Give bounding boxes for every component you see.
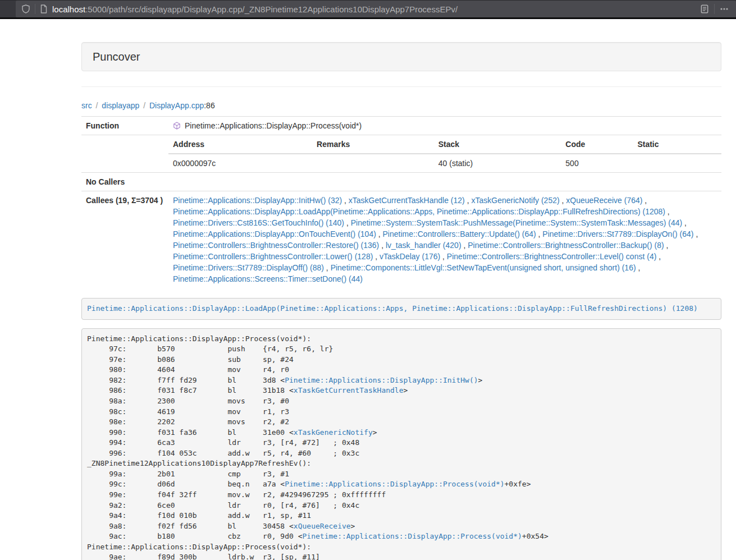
callee-separator: , <box>536 229 543 238</box>
asm-text: 97e: b086 sub sp, #24 <box>87 355 294 364</box>
asm-line: _ZN8Pinetime12Applications10DisplayApp7R… <box>87 458 716 469</box>
asm-line: 98c: 4619 mov r1, r3 <box>87 407 716 417</box>
table-row: Function Pinetime::Applications::Display… <box>81 117 721 135</box>
callee-separator: , <box>440 252 447 261</box>
asm-text: > <box>478 376 483 384</box>
callee-link[interactable]: Pinetime::Controllers::BrightnessControl… <box>173 241 379 250</box>
function-name-cell: Pinetime::Applications::DisplayApp::Proc… <box>168 117 721 135</box>
symbol-link[interactable]: Pinetime::Applications::DisplayApp::Init… <box>285 376 478 384</box>
breadcrumb-link[interactable]: displayapp <box>102 101 139 110</box>
package-cube-icon <box>173 122 181 130</box>
callee-separator: , <box>636 263 641 272</box>
symbol-link[interactable]: xTaskGenericNotify <box>294 428 373 437</box>
callee-separator: , <box>342 196 349 205</box>
callee-link[interactable]: Pinetime::Drivers::St7789::DisplayOff() … <box>173 263 324 272</box>
callee-separator: , <box>373 252 380 261</box>
asm-text: Pinetime::Applications::DisplayApp::Proc… <box>87 543 311 551</box>
asm-line: 98e: 2202 movs r2, #2 <box>87 417 716 428</box>
shield-icon[interactable] <box>21 4 30 13</box>
asm-text: 9a8: f02f fd56 bl 30458 < <box>87 522 294 530</box>
callee-link[interactable]: xTaskGetCurrentTaskHandle (12) <box>349 196 465 205</box>
symbol-link[interactable]: xTaskGetCurrentTaskHandle <box>294 386 404 394</box>
table-row: AddressRemarksStackCodeStatic 0x0000097c… <box>81 135 721 173</box>
breadcrumb: src / displayapp / DisplayApp.cpp:86 <box>81 100 721 111</box>
function-table: Function Pinetime::Applications::Display… <box>81 116 721 288</box>
asm-text: 98c: 4619 mov r1, r3 <box>87 407 289 416</box>
stats-value-cell <box>312 154 434 172</box>
asm-text: 99c: d06d beq.n a7a < <box>87 480 285 488</box>
callee-separator: , <box>344 218 351 227</box>
callee-link[interactable]: Pinetime::Drivers::St7789::DisplayOn() (… <box>542 229 693 238</box>
stats-header-cell: Code <box>561 135 633 154</box>
asm-text: > <box>373 428 377 437</box>
symbol-link[interactable]: xQueueReceive <box>294 522 351 530</box>
asm-line: Pinetime::Applications::DisplayApp::Proc… <box>87 334 716 345</box>
asm-line: 97c: b570 push {r4, r5, r6, lr} <box>87 344 716 355</box>
function-name: Pinetime::Applications::DisplayApp::Proc… <box>185 121 362 130</box>
url-path: :5000/path/src/displayapp/DisplayApp.cpp… <box>85 4 458 14</box>
disassembly-block: Pinetime::Applications::DisplayApp::Proc… <box>81 328 721 560</box>
callee-link[interactable]: Pinetime::Applications::DisplayApp::Init… <box>173 196 342 205</box>
url-bar[interactable]: localhost:5000/path/src/displayapp/Displ… <box>16 1 736 17</box>
asm-line: 986: f031 f8c7 bl 31b18 <xTaskGetCurrent… <box>87 385 716 396</box>
callee-link[interactable]: Pinetime::Controllers::Battery::Update()… <box>383 229 536 238</box>
asm-text: 980: 4604 mov r4, r0 <box>87 365 289 374</box>
callee-link[interactable]: Pinetime::Applications::Screens::Timer::… <box>173 274 363 283</box>
callee-link[interactable]: xTaskGenericNotify (252) <box>471 196 559 205</box>
asm-text: 99e: f04f 32ff mov.w r2, #4294967295 ; 0… <box>87 490 386 499</box>
asm-text: 996: f104 053c add.w r5, r4, #60 ; 0x3c <box>87 449 359 457</box>
stats-value-cell <box>633 154 721 172</box>
asm-line: 99c: d06d beq.n a7a <Pinetime::Applicati… <box>87 479 716 490</box>
symbol-link[interactable]: Pinetime::Applications::DisplayApp::Proc… <box>303 532 522 540</box>
callee-link[interactable]: Pinetime::Applications::DisplayApp::OnTo… <box>173 229 376 238</box>
asm-line: 9a2: 6ce0 ldr r0, [r4, #76] ; 0x4c <box>87 501 716 511</box>
callee-link[interactable]: lv_task_handler (420) <box>386 241 461 250</box>
breadcrumb-line-number: :86 <box>204 101 214 110</box>
asm-line: 98a: 2300 movs r3, #0 <box>87 396 716 407</box>
asm-line: 99e: f04f 32ff mov.w r2, #4294967295 ; 0… <box>87 490 716 501</box>
browser-toolbar: localhost:5000/path/src/displayapp/Displ… <box>0 0 736 19</box>
callee-link[interactable]: vTaskDelay (176) <box>380 252 440 261</box>
reader-mode-icon[interactable] <box>700 4 710 14</box>
page-actions-icon[interactable] <box>719 4 729 13</box>
callee-link[interactable]: Pinetime::System::SystemTask::PushMessag… <box>351 218 683 227</box>
callee-link[interactable]: Pinetime::Components::LittleVgl::SetNewT… <box>331 263 636 272</box>
stats-table: AddressRemarksStackCodeStatic 0x0000097c… <box>168 135 721 172</box>
breadcrumb-link[interactable]: DisplayApp.cpp <box>149 101 204 110</box>
toolbar-divider <box>714 4 715 14</box>
breadcrumb-link[interactable]: src <box>81 101 92 110</box>
stats-value-cell: 40 (static) <box>434 154 561 172</box>
callee-link[interactable]: Pinetime::Controllers::BrightnessControl… <box>447 252 656 261</box>
callee-link[interactable]: Pinetime::Drivers::Cst816S::GetTouchInfo… <box>173 218 344 227</box>
breadcrumb-separator: / <box>139 101 149 110</box>
asm-text: 97c: b570 push {r4, r5, r6, lr} <box>87 345 333 353</box>
callee-separator: , <box>656 252 661 261</box>
callee-link[interactable]: xQueueReceive (764) <box>566 196 642 205</box>
asm-text: 994: 6ca3 ldr r3, [r4, #72] ; 0x48 <box>87 438 359 447</box>
callee-separator: , <box>376 229 383 238</box>
callers-cell <box>168 173 721 191</box>
stats-header-cell: Static <box>633 135 721 154</box>
asm-text: Pinetime::Applications::DisplayApp::Proc… <box>87 334 311 343</box>
page-container: Puncover src / displayapp / DisplayApp.c… <box>81 42 721 560</box>
callee-link[interactable]: Pinetime::Applications::DisplayApp::Load… <box>173 207 665 216</box>
asm-text: 99a: 2b01 cmp r3, #1 <box>87 470 289 478</box>
asm-text: 9a2: 6ce0 ldr r0, [r4, #76] ; 0x4c <box>87 501 359 509</box>
callee-link[interactable]: Pinetime::Controllers::BrightnessControl… <box>468 241 664 250</box>
asm-text: 9ac: b180 cbz r0, 9d0 < <box>87 532 303 540</box>
symbol-link[interactable]: Pinetime::Applications::DisplayApp::Proc… <box>285 480 504 488</box>
stats-value-cell: 0x0000097c <box>168 154 312 172</box>
stats-header-cell: Remarks <box>312 135 434 154</box>
callees-row-label: Callees (19, Σ=3704 ) <box>81 191 168 288</box>
callee-separator: , <box>682 218 687 227</box>
asm-text: 9ae: f89d 300b ldrb.w r3, [sp, #11] <box>87 553 320 560</box>
page-title: Puncover <box>93 51 710 63</box>
highlighted-symbol-block: Pinetime::Applications::DisplayApp::Load… <box>81 298 721 320</box>
table-row: Callees (19, Σ=3704 ) Pinetime::Applicat… <box>81 191 721 288</box>
callee-link[interactable]: Pinetime::Controllers::BrightnessControl… <box>173 252 373 261</box>
callee-separator: , <box>642 196 647 205</box>
page-icon[interactable] <box>40 4 48 13</box>
stats-cell: AddressRemarksStackCodeStatic 0x0000097c… <box>168 135 721 173</box>
url-text: localhost:5000/path/src/displayapp/Displ… <box>52 4 700 14</box>
highlighted-symbol-link[interactable]: Pinetime::Applications::DisplayApp::Load… <box>87 304 698 313</box>
